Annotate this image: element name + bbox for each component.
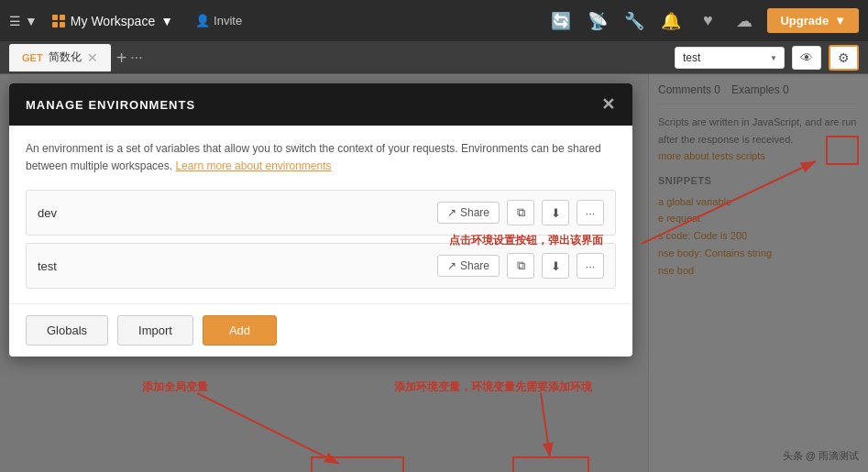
workspace-grid-icon: [52, 15, 65, 27]
tab-method: GET: [22, 52, 43, 63]
more-test-button[interactable]: ···: [577, 253, 604, 279]
env-row-dev: dev ↗ Share ⧉ ⬇ ···: [26, 190, 616, 236]
share-test-label: Share: [460, 259, 489, 272]
import-button[interactable]: Import: [117, 315, 193, 346]
share-dev-label: Share: [460, 206, 489, 219]
menu-icon: ☰: [9, 14, 21, 28]
share-dev-button[interactable]: ↗ Share: [437, 202, 500, 224]
upgrade-label: Upgrade: [780, 14, 829, 27]
manage-environments-dialog: MANAGE ENVIRONMENTS ✕ An environment is …: [9, 83, 632, 357]
share-test-icon: ↗: [447, 259, 456, 272]
upgrade-button[interactable]: Upgrade ▼: [767, 8, 859, 33]
tabbar: GET 简数化 ✕ + ··· test dev No Environment …: [0, 41, 868, 74]
env-name-dev: dev: [38, 206, 437, 220]
tabbar-right: test dev No Environment 👁 ⚙: [675, 45, 868, 71]
environment-select[interactable]: test dev No Environment: [675, 47, 785, 69]
gear-button[interactable]: ⚙: [829, 45, 859, 71]
sync-icon[interactable]: 🔄: [547, 7, 575, 35]
dialog-title: MANAGE ENVIRONMENTS: [26, 98, 195, 112]
env-actions-test: ↗ Share ⧉ ⬇ ···: [437, 253, 604, 279]
environment-list: dev ↗ Share ⧉ ⬇ ··· test: [26, 190, 616, 289]
more-tabs-button[interactable]: ···: [130, 49, 142, 66]
navbar: ☰ ▼ My Workspace ▼ 👤 Invite 🔄 📡 🔧 🔔 ♥ ☁ …: [0, 0, 868, 41]
tab-name: 简数化: [49, 49, 82, 65]
more-dev-button[interactable]: ···: [577, 200, 604, 225]
bell-icon[interactable]: 🔔: [657, 7, 685, 35]
dialog-footer: Globals Import Add: [9, 303, 632, 357]
add-button[interactable]: Add: [203, 315, 277, 346]
invite-icon: 👤: [195, 14, 210, 27]
download-dev-button[interactable]: ⬇: [542, 200, 569, 225]
invite-button[interactable]: 👤 Invite: [188, 10, 249, 31]
dialog-header: MANAGE ENVIRONMENTS ✕: [9, 83, 632, 126]
cloud-icon[interactable]: ☁: [731, 7, 758, 35]
learn-more-link[interactable]: Learn more about environments: [175, 159, 331, 172]
brand-dropdown: ▼: [25, 14, 38, 28]
tools-icon[interactable]: 🔧: [621, 7, 648, 35]
duplicate-dev-button[interactable]: ⧉: [507, 200, 534, 225]
tab-close-icon[interactable]: ✕: [87, 50, 98, 65]
env-actions-dev: ↗ Share ⧉ ⬇ ···: [437, 200, 604, 225]
globals-button[interactable]: Globals: [26, 315, 108, 346]
workspace-label: My Workspace: [71, 14, 155, 28]
workspace-selector[interactable]: My Workspace ▼: [45, 10, 181, 32]
download-test-button[interactable]: ⬇: [542, 253, 569, 279]
brand-button[interactable]: ☰ ▼: [9, 14, 38, 28]
duplicate-test-button[interactable]: ⧉: [507, 253, 534, 279]
add-tab-button[interactable]: +: [116, 49, 127, 67]
satellite-icon[interactable]: 📡: [584, 7, 611, 35]
eye-button[interactable]: 👁: [792, 46, 821, 70]
share-dev-icon: ↗: [447, 206, 456, 219]
invite-label: Invite: [214, 14, 242, 27]
env-name-test: test: [38, 259, 437, 273]
dialog-description: An environment is a set of variables tha…: [26, 140, 616, 175]
heart-icon[interactable]: ♥: [694, 7, 721, 35]
navbar-left: ☰ ▼ My Workspace ▼ 👤 Invite: [9, 10, 249, 32]
share-test-button[interactable]: ↗ Share: [437, 255, 500, 277]
environment-select-wrap: test dev No Environment: [675, 47, 785, 69]
main-area: Comments 0 Examples 0 Scripts are writte…: [0, 74, 868, 472]
env-row-test: test ↗ Share ⧉ ⬇ ···: [26, 243, 616, 289]
dialog-overlay: MANAGE ENVIRONMENTS ✕ An environment is …: [0, 74, 868, 472]
dialog-close-button[interactable]: ✕: [601, 96, 616, 113]
active-tab[interactable]: GET 简数化 ✕: [9, 44, 111, 71]
workspace-dropdown-icon: ▼: [160, 14, 173, 28]
navbar-right: 🔄 📡 🔧 🔔 ♥ ☁ Upgrade ▼: [547, 7, 859, 35]
dialog-body: An environment is a set of variables tha…: [9, 126, 632, 303]
upgrade-dropdown-icon: ▼: [834, 14, 846, 27]
